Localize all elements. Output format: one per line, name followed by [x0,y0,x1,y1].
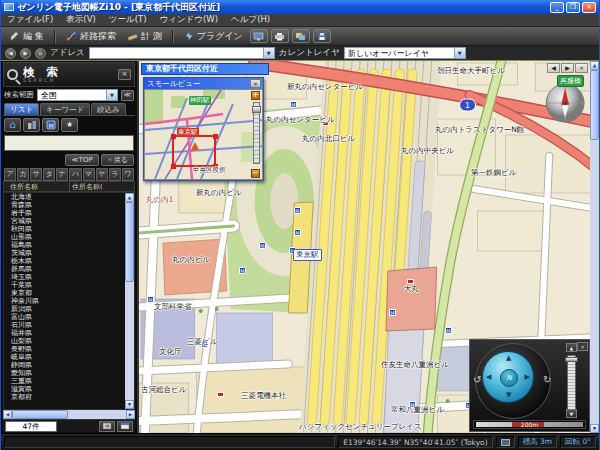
map-window-title[interactable]: 東京都千代田区付近 [141,63,269,75]
list-item[interactable]: 長野県 [4,345,134,353]
kana-index-button[interactable]: マ [83,168,95,181]
list-item[interactable]: 秋田県 [4,225,134,233]
rotate-cw-button[interactable]: ↻ [543,375,551,385]
zoom-out-button[interactable]: ▼ [566,409,577,418]
north-reset-button[interactable]: N [500,369,518,387]
next-map-button[interactable]: ▶ [561,63,574,73]
home-mode-button[interactable]: ⌂ [4,118,21,132]
print-button[interactable] [271,29,289,43]
search-input[interactable] [4,135,134,151]
menu-item[interactable]: ツール(T) [109,14,147,26]
menu-item[interactable]: ウィンドウ(W) [160,14,219,26]
address-mode-button[interactable] [23,118,40,132]
map-vertical-scrollbar[interactable]: ▲ ▼ [590,61,599,433]
menu-item[interactable]: 表示(V) [66,14,95,26]
scope-select[interactable]: 全国 ▼ [37,89,118,101]
list-item[interactable]: 宮城県 [4,217,134,225]
back-button[interactable]: ◀ [5,48,16,59]
small-view-close-button[interactable]: × [250,79,261,88]
zoom-in-button[interactable]: ▲ [566,343,577,352]
save-button[interactable] [313,29,331,43]
layers-button[interactable] [292,29,310,43]
kana-index-button[interactable]: サ [30,168,42,181]
scope-collapse-button[interactable]: ≪ [121,90,134,101]
list-item[interactable]: 京都府 [4,393,134,401]
zoom-slider[interactable] [567,355,576,411]
map-viewport[interactable]: 1 新丸の内センタービル丸の内センタービル丸の内北口ビル朝日生命大手町ビル丸の内… [139,61,599,433]
kana-index-button[interactable]: タ [43,168,55,181]
favorites-button[interactable]: ★ [61,118,78,132]
list-item[interactable]: 茨城県 [4,249,134,257]
list-item[interactable]: 青森県 [4,201,134,209]
scrollbar-track[interactable] [125,282,134,400]
kana-index-button[interactable]: カ [17,168,29,181]
scroll-right-icon[interactable]: ▶ [126,410,135,419]
search-tab[interactable]: キーワード [40,103,90,115]
overview-zoom-out-button[interactable]: − [251,169,260,178]
column-address-name[interactable]: 住所名称 [4,182,70,192]
pan-down-icon[interactable]: ▼ [506,392,511,399]
nav-panel-close-button[interactable]: × [577,342,588,351]
list-item[interactable]: 群馬県 [4,265,134,273]
menu-item[interactable]: ファイル(F) [7,14,53,26]
route-search-button[interactable]: 経路探索 [62,29,120,44]
list-vertical-scrollbar[interactable]: ▲ ▼ [125,193,134,409]
home-button[interactable]: ⌂ [35,48,46,59]
search-tab[interactable]: 絞込み [91,103,126,115]
scrollbar-track[interactable] [590,140,599,424]
small-view-map[interactable]: 神田駅 東京駅 中央区役所 + − [144,89,263,180]
search-close-button[interactable]: × [118,69,131,80]
plugin-button[interactable]: プラグイン [180,29,247,44]
list-horizontal-scrollbar[interactable]: ◀ ▶ [3,410,135,419]
kana-index-button[interactable]: ヤ [96,168,108,181]
list-item[interactable]: 北海道 [4,193,134,201]
kana-index-button[interactable]: ナ [56,168,68,181]
list-item[interactable]: 富山県 [4,313,134,321]
list-item[interactable]: 福島県 [4,241,134,249]
layer-select[interactable]: 新しいオーバーレイヤ ▼ [344,47,466,59]
small-view-window[interactable]: スモールビュー × [143,77,264,181]
scrollbar-thumb[interactable] [12,410,68,419]
list-item[interactable]: 石川県 [4,321,134,329]
pan-left-icon[interactable]: ◀ [486,374,491,381]
pan-pad[interactable]: ▲ ▼ ◀ ▶ N [482,351,534,403]
list-item[interactable]: 山梨県 [4,337,134,345]
kana-index-button[interactable]: ワ [122,168,134,181]
list-item[interactable]: 三重県 [4,377,134,385]
list-item[interactable]: 山形県 [4,233,134,241]
edit-button[interactable]: 編 集 [6,29,48,44]
export-button[interactable] [99,421,115,432]
column-address-kana[interactable]: 住所名称( [70,182,134,192]
list-item[interactable]: 埼玉県 [4,273,134,281]
scroll-down-icon[interactable]: ▼ [125,400,134,409]
close-button[interactable]: × [582,2,596,13]
measure-button[interactable]: 計 測 [123,29,166,44]
scroll-down-icon[interactable]: ▼ [590,424,599,433]
back-list-button[interactable]: ＜戻る [101,154,134,166]
scroll-left-icon[interactable]: ◀ [3,410,12,419]
pan-right-icon[interactable]: ▶ [525,374,530,381]
chevron-down-icon[interactable]: ▼ [454,48,465,58]
kana-index-button[interactable]: ラ [109,168,121,181]
kana-index-button[interactable]: ア [4,168,16,181]
minimize-button[interactable]: _ [550,2,564,13]
list-item[interactable]: 岩手県 [4,209,134,217]
scrollbar-thumb[interactable] [590,70,599,140]
restore-button[interactable]: ❐ [566,2,580,13]
map-view-button[interactable] [250,29,268,43]
scroll-up-icon[interactable]: ▲ [590,61,599,70]
list-item[interactable]: 愛知県 [4,369,134,377]
chevron-down-icon[interactable]: ▼ [263,48,274,58]
list-item[interactable]: 滋賀県 [4,385,134,393]
list-item[interactable]: 静岡県 [4,361,134,369]
list-item[interactable]: 神奈川県 [4,297,134,305]
address-input[interactable]: ▼ [89,47,275,59]
forward-button[interactable]: ▶ [20,48,31,59]
overview-zoom-in-button[interactable]: + [251,91,260,100]
close-map-button[interactable]: × [575,63,588,73]
top-button[interactable]: ≪TOP [65,154,98,166]
scrollbar-thumb[interactable] [125,202,134,282]
zoom-slider-thumb[interactable] [565,357,578,362]
list-item[interactable]: 新潟県 [4,305,134,313]
list-item[interactable]: 東京都 [4,289,134,297]
